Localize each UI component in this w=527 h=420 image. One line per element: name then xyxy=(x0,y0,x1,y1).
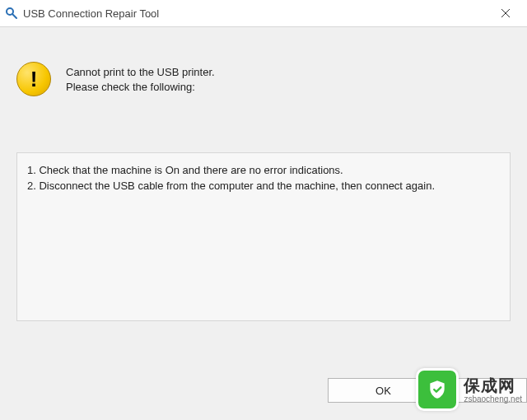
message-line-2: Please check the following: xyxy=(66,80,215,95)
instruction-step-2: 2. Disconnect the USB cable from the com… xyxy=(27,179,500,194)
window-title: USB Connection Repair Tool xyxy=(23,7,489,20)
instruction-step-1: 1. Check that the machine is On and ther… xyxy=(27,163,500,179)
dialog-window: USB Connection Repair Tool ! Cannot prin… xyxy=(0,0,527,420)
button-row: OK xyxy=(328,378,527,403)
message-text: Cannot print to the USB printer. Please … xyxy=(66,62,215,94)
message-line-1: Cannot print to the USB printer. xyxy=(66,65,215,80)
svg-line-1 xyxy=(12,14,16,18)
message-area: ! Cannot print to the USB printer. Pleas… xyxy=(16,62,511,96)
close-button[interactable] xyxy=(489,0,522,26)
warning-icon: ! xyxy=(16,62,51,96)
instructions-box: 1. Check that the machine is On and ther… xyxy=(16,152,511,321)
secondary-button[interactable] xyxy=(449,378,527,403)
titlebar: USB Connection Repair Tool xyxy=(0,0,527,27)
client-area: ! Cannot print to the USB printer. Pleas… xyxy=(0,27,527,420)
app-icon xyxy=(5,7,18,20)
ok-button[interactable]: OK xyxy=(328,378,439,403)
